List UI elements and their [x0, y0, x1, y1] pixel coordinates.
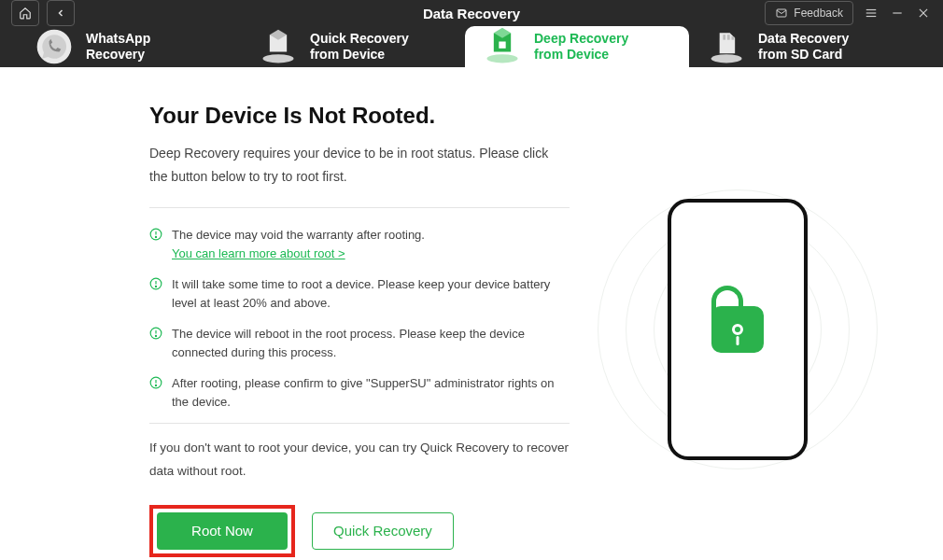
svg-rect-14 [499, 42, 505, 49]
home-icon [19, 7, 32, 20]
alternative-hint: If you don't want to root your device, y… [149, 424, 570, 505]
back-button[interactable] [47, 0, 75, 26]
feedback-label: Feedback [794, 7, 843, 20]
sd-card-icon [706, 26, 747, 67]
chevron-left-icon [55, 7, 66, 19]
info-icon [149, 327, 164, 361]
note-item: It will take some time to root a device.… [149, 269, 570, 318]
button-row: Root Now Quick Recovery [149, 505, 570, 557]
deep-recovery-icon [482, 26, 523, 67]
tab-deep-recovery[interactable]: Deep Recovery from Device [465, 26, 689, 67]
tab-whatsapp-recovery[interactable]: WhatsApp Recovery [17, 26, 241, 67]
titlebar: Data Recovery Feedback [0, 0, 943, 26]
mode-tabs: WhatsApp Recovery Quick Recovery from De… [0, 26, 943, 67]
info-icon [149, 376, 164, 411]
svg-point-24 [155, 287, 156, 287]
home-button[interactable] [11, 0, 39, 26]
root-now-button[interactable]: Root Now [157, 512, 288, 550]
mail-icon [775, 7, 788, 19]
svg-point-30 [155, 385, 156, 386]
tab-quick-recovery[interactable]: Quick Recovery from Device [241, 26, 465, 67]
svg-rect-18 [732, 36, 735, 40]
tab-sd-recovery[interactable]: Data Recovery from SD Card [689, 26, 913, 67]
svg-point-15 [711, 54, 742, 63]
phone-outline [668, 199, 808, 460]
svg-rect-17 [727, 35, 730, 40]
feedback-button[interactable]: Feedback [765, 1, 853, 25]
page-heading: Your Device Is Not Rooted. [149, 103, 570, 129]
page-description: Deep Recovery requires your device to be… [149, 142, 570, 189]
notes-list: The device may void the warranty after r… [149, 208, 570, 423]
note-text: The device may void the warranty after r… [172, 228, 425, 242]
close-button[interactable] [915, 5, 932, 21]
note-item: The device will reboot in the root proce… [149, 318, 570, 368]
device-illustration [607, 180, 868, 479]
quick-recovery-icon [258, 26, 299, 67]
tab-label-line1: WhatsApp [86, 31, 150, 48]
learn-more-root-link[interactable]: You can learn more about root > [172, 246, 345, 260]
svg-point-27 [155, 336, 156, 337]
content-area: Your Device Is Not Rooted. Deep Recovery… [0, 67, 943, 560]
svg-point-11 [487, 54, 518, 63]
quick-recovery-button[interactable]: Quick Recovery [312, 512, 454, 550]
menu-button[interactable] [863, 5, 880, 21]
note-item: The device may void the warranty after r… [149, 219, 570, 269]
tab-label-line1: Quick Recovery [310, 31, 409, 48]
whatsapp-icon [34, 26, 75, 67]
menu-icon [864, 7, 879, 20]
note-text: The device will reboot in the root proce… [172, 325, 570, 361]
tab-label-line2: from Device [534, 47, 628, 63]
lock-icon [711, 306, 764, 353]
tab-label-line2: Recovery [86, 47, 150, 63]
minimize-icon [891, 7, 904, 20]
info-icon [149, 277, 164, 312]
note-text: It will take some time to root a device.… [172, 275, 570, 312]
tab-label-line1: Deep Recovery [534, 31, 628, 48]
close-icon [917, 7, 930, 20]
info-icon [149, 228, 164, 262]
root-now-highlight: Root Now [149, 505, 295, 557]
note-item: After rooting, please confirm to give "S… [149, 368, 570, 417]
tab-label-line2: from SD Card [758, 47, 849, 63]
tab-label-line1: Data Recovery [758, 31, 849, 48]
tab-label-line2: from Device [310, 47, 409, 63]
svg-point-21 [155, 237, 156, 238]
svg-rect-16 [723, 35, 725, 40]
note-text: After rooting, please confirm to give "S… [172, 374, 570, 411]
svg-point-8 [263, 54, 294, 63]
minimize-button[interactable] [889, 5, 906, 21]
